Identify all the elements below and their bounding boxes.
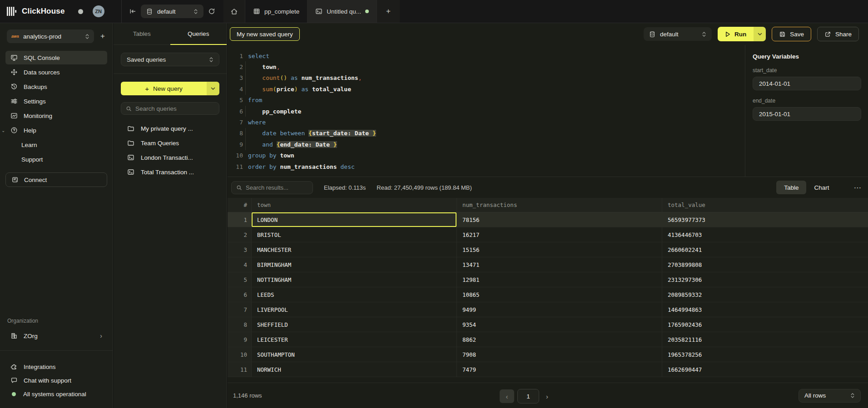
column-header-town[interactable]: town [252, 198, 457, 212]
sidebar-item-sql-console[interactable]: SQL Console [5, 51, 107, 64]
table-cell[interactable]: 2313297306 [662, 272, 868, 287]
table-cell[interactable]: 9354 [457, 317, 662, 332]
sidebar-footer-integrations[interactable]: Integrations [5, 360, 107, 374]
clickhouse-logo-icon[interactable] [7, 7, 17, 16]
table-cell[interactable]: 7479 [457, 362, 662, 377]
workspace-tab[interactable]: pp_complete [245, 0, 308, 23]
table-cell[interactable]: LONDON [252, 212, 457, 227]
end_date-input[interactable] [753, 107, 861, 121]
start_date-input[interactable] [753, 77, 861, 90]
more-options-button[interactable]: ··· [854, 184, 862, 191]
connect-button[interactable]: Connect [5, 172, 107, 187]
table-cell[interactable]: LEICESTER [252, 332, 457, 347]
row-index-cell[interactable]: 2 [228, 227, 252, 242]
table-cell[interactable]: 12981 [457, 272, 662, 287]
new-tab-button[interactable]: + [377, 0, 400, 23]
row-index-cell[interactable]: 5 [228, 272, 252, 287]
add-service-button[interactable]: + [99, 32, 107, 41]
column-header-num_transactions[interactable]: num_transactions [457, 198, 662, 212]
table-cell[interactable]: 10865 [457, 287, 662, 302]
tab-queries[interactable]: Queries [170, 23, 227, 44]
table-cell[interactable]: 78156 [457, 212, 662, 227]
saved-query-item[interactable]: Team Queries [114, 136, 227, 150]
table-cell[interactable]: BRISTOL [252, 227, 457, 242]
search-queries-input[interactable] [135, 105, 214, 112]
row-index-cell[interactable]: 4 [228, 257, 252, 272]
table-cell[interactable]: 2703899808 [662, 257, 868, 272]
table-cell[interactable]: LEEDS [252, 287, 457, 302]
table-cell[interactable]: 2660602241 [662, 242, 868, 257]
table-cell[interactable]: 4136446703 [662, 227, 868, 242]
sidebar-footer-all-systems-operational[interactable]: All systems operational [5, 387, 107, 401]
row-index-cell[interactable]: 11 [228, 362, 252, 377]
new-query-dropdown[interactable] [207, 82, 219, 95]
table-cell[interactable]: 56593977373 [662, 212, 868, 227]
prev-page-button[interactable]: ‹ [500, 389, 514, 403]
table-cell[interactable]: 13471 [457, 257, 662, 272]
sidebar-item-data-sources[interactable]: Data sources [5, 65, 107, 79]
sidebar-item-support[interactable]: Support [5, 152, 107, 166]
column-header-index[interactable]: # [228, 198, 252, 212]
topbar-database-select[interactable]: default [141, 5, 203, 18]
saved-query-item[interactable]: My private query ... [114, 121, 227, 136]
table-cell[interactable]: BIRMINGHAM [252, 257, 457, 272]
organization-item[interactable]: ZOrg › [5, 329, 107, 343]
table-cell[interactable]: 9499 [457, 302, 662, 317]
saved-query-item[interactable]: London Transacti... [114, 150, 227, 165]
view-tab-chart[interactable]: Chart [806, 181, 837, 194]
query-name-chip[interactable]: My new saved query [230, 27, 300, 41]
current-page[interactable]: 1 [517, 389, 539, 403]
row-index-cell[interactable]: 10 [228, 347, 252, 362]
table-cell[interactable]: LIVERPOOL [252, 302, 457, 317]
column-header-total_value[interactable]: total_value [662, 198, 868, 212]
run-dropdown[interactable] [754, 27, 766, 41]
row-index-cell[interactable]: 6 [228, 287, 252, 302]
table-cell[interactable]: 8862 [457, 332, 662, 347]
table-cell[interactable]: 1662690447 [662, 362, 868, 377]
table-cell[interactable]: SHEFFIELD [252, 317, 457, 332]
sql-editor[interactable]: 1select2 town,3 count() as num_transacti… [228, 45, 745, 177]
table-cell[interactable]: 1464994863 [662, 302, 868, 317]
editor-database-select[interactable]: default [644, 27, 712, 41]
sidebar-item-settings[interactable]: Settings [5, 94, 107, 108]
page-size-select[interactable]: All rows [799, 389, 861, 403]
next-page-button[interactable]: › [542, 393, 552, 400]
sidebar-item-monitoring[interactable]: Monitoring [5, 109, 107, 123]
table-cell[interactable]: 16217 [457, 227, 662, 242]
share-button[interactable]: Share [817, 27, 859, 41]
tab-tables[interactable]: Tables [114, 23, 170, 44]
sidebar-item-help[interactable]: ⌄Help [5, 123, 107, 137]
table-cell[interactable]: 15156 [457, 242, 662, 257]
saved-queries-select[interactable]: Saved queries [121, 53, 219, 66]
view-tab-table[interactable]: Table [776, 181, 806, 194]
table-cell[interactable]: MANCHESTER [252, 242, 457, 257]
table-cell[interactable]: NOTTINGHAM [252, 272, 457, 287]
search-results-input[interactable] [246, 184, 308, 191]
row-index-cell[interactable]: 3 [228, 242, 252, 257]
sidebar-footer: IntegrationsChat with supportAll systems… [5, 360, 107, 401]
sidebar-item-learn[interactable]: Learn [5, 138, 107, 152]
refresh-button[interactable] [208, 8, 215, 15]
table-cell[interactable]: 2089859332 [662, 287, 868, 302]
collapse-sidebar-button[interactable] [129, 8, 136, 15]
service-select[interactable]: aws analytics-prod [7, 29, 94, 43]
table-cell[interactable]: 1965378256 [662, 347, 868, 362]
new-query-button[interactable]: + New query [121, 82, 219, 95]
sidebar-item-backups[interactable]: Backups [5, 80, 107, 93]
table-cell[interactable]: 2035821116 [662, 332, 868, 347]
row-index-cell[interactable]: 8 [228, 317, 252, 332]
home-tab[interactable] [223, 0, 245, 23]
avatar[interactable]: ZN [93, 5, 104, 17]
row-index-cell[interactable]: 9 [228, 332, 252, 347]
workspace-tab[interactable]: Untitled qu... [308, 0, 377, 23]
sidebar-footer-chat-with-support[interactable]: Chat with support [5, 374, 107, 387]
table-cell[interactable]: NORWICH [252, 362, 457, 377]
saved-query-item[interactable]: Total Transaction ... [114, 165, 227, 179]
table-cell[interactable]: SOUTHAMPTON [252, 347, 457, 362]
run-button[interactable]: Run [718, 27, 766, 41]
table-cell[interactable]: 7908 [457, 347, 662, 362]
save-button[interactable]: Save [772, 27, 811, 41]
table-cell[interactable]: 1765902436 [662, 317, 868, 332]
row-index-cell[interactable]: 1 [228, 212, 252, 227]
row-index-cell[interactable]: 7 [228, 302, 252, 317]
